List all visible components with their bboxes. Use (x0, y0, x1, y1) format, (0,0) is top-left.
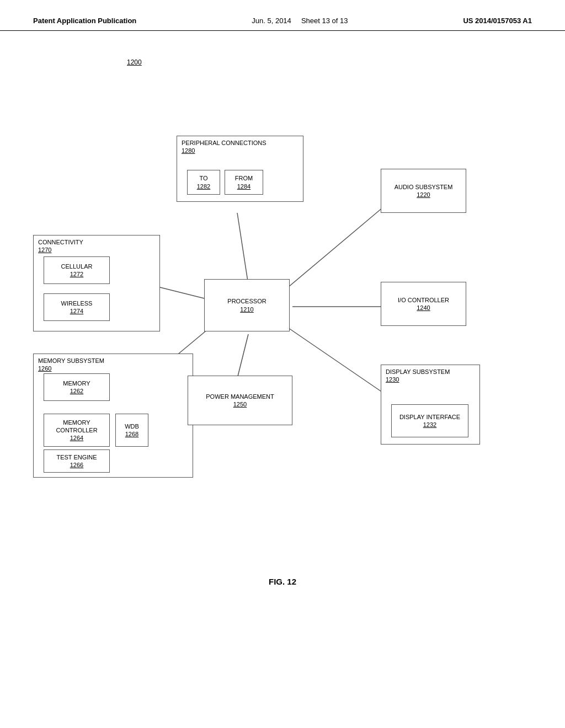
from-box: FROM 1284 (225, 170, 263, 195)
page: Patent Application Publication Jun. 5, 2… (0, 0, 565, 728)
svg-line-3 (281, 323, 386, 395)
memory-controller-box: MEMORY CONTROLLER 1264 (44, 414, 110, 447)
header-right: US 2014/0157053 A1 (463, 17, 532, 25)
svg-line-0 (237, 213, 248, 285)
power-management-box: POWER MANAGEMENT 1250 (188, 376, 292, 425)
connectivity-title: CONNECTIVITY (38, 239, 83, 245)
svg-line-1 (281, 205, 386, 293)
connectivity-box: CONNECTIVITY 1270 CELLULAR 1272 WIRELESS… (33, 235, 160, 331)
header-sheet: Sheet 13 of 13 (301, 17, 348, 25)
peripheral-num: 1280 (182, 147, 195, 154)
peripheral-connections-box: PERIPHERAL CONNECTIONS 1280 TO 1282 FROM… (177, 136, 303, 202)
fig-caption: FIG. 12 (0, 577, 565, 586)
header-center: Jun. 5, 2014 Sheet 13 of 13 (252, 17, 348, 25)
wireless-box: WIRELESS 1274 (44, 293, 110, 321)
memory-subsystem-box: MEMORY SUBSYSTEM 1260 MEMORY 1262 MEMORY… (33, 354, 193, 478)
system-ref-label: 1200 (127, 58, 142, 66)
display-subsystem-title: DISPLAY SUBSYSTEM (386, 368, 450, 375)
io-controller-box: I/O CONTROLLER 1240 (381, 282, 466, 326)
audio-subsystem-box: AUDIO SUBSYSTEM 1220 (381, 169, 466, 213)
display-subsystem-num: 1230 (386, 376, 399, 383)
memory-box: MEMORY 1262 (44, 373, 110, 401)
svg-line-6 (237, 334, 248, 378)
diagram-container: 1200 (0, 42, 565, 566)
test-engine-box: TEST ENGINE 1266 (44, 449, 110, 473)
connectivity-num: 1270 (38, 247, 51, 253)
svg-line-4 (160, 287, 204, 298)
wdb-box: WDB 1268 (115, 414, 148, 447)
peripheral-title: PERIPHERAL CONNECTIONS (182, 140, 266, 146)
header: Patent Application Publication Jun. 5, 2… (0, 0, 565, 31)
memory-subsystem-num: 1260 (38, 365, 51, 372)
header-date: Jun. 5, 2014 (252, 17, 291, 25)
display-subsystem-box: DISPLAY SUBSYSTEM 1230 DISPLAY INTERFACE… (381, 365, 480, 445)
header-left: Patent Application Publication (33, 17, 136, 25)
display-interface-box: DISPLAY INTERFACE 1232 (391, 404, 468, 437)
processor-box: PROCESSOR 1210 (204, 279, 290, 331)
to-box: TO 1282 (187, 170, 220, 195)
memory-subsystem-title: MEMORY SUBSYSTEM (38, 357, 104, 364)
cellular-box: CELLULAR 1272 (44, 256, 110, 284)
